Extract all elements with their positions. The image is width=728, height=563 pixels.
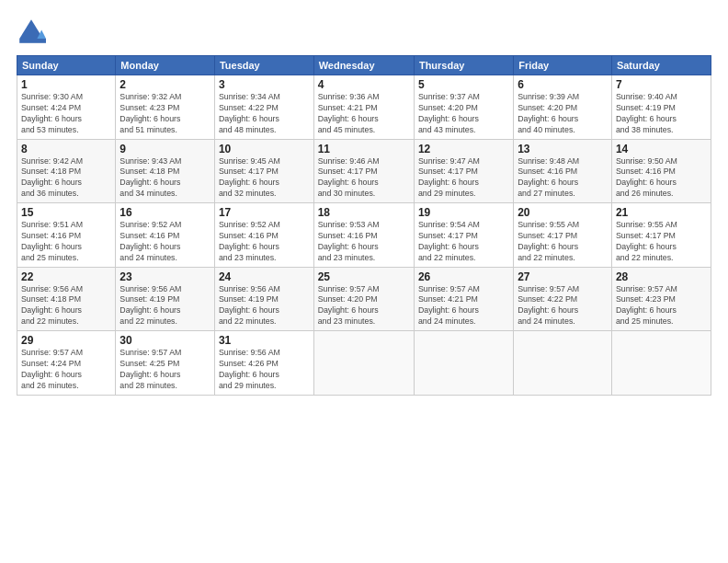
day-number: 10 [219, 143, 310, 155]
day-number: 22 [21, 270, 111, 283]
day-number: 23 [119, 270, 210, 283]
svg-rect-2 [19, 39, 46, 43]
day-number: 7 [616, 78, 707, 91]
day-info: Sunrise: 9:50 AMSunset: 4:16 PMDaylight:… [616, 156, 707, 201]
calendar-cell: 10Sunrise: 9:45 AMSunset: 4:17 PMDayligh… [214, 139, 313, 203]
day-number: 18 [318, 206, 410, 219]
day-number: 20 [518, 206, 608, 219]
calendar-cell [414, 331, 513, 396]
calendar-table: SundayMondayTuesdayWednesdayThursdayFrid… [17, 55, 711, 396]
logo-icon [17, 17, 46, 46]
calendar-cell [611, 331, 711, 396]
day-info: Sunrise: 9:42 AMSunset: 4:18 PMDaylight:… [21, 156, 111, 201]
day-info: Sunrise: 9:40 AMSunset: 4:19 PMDaylight:… [616, 92, 707, 136]
calendar-cell: 18Sunrise: 9:53 AMSunset: 4:16 PMDayligh… [313, 203, 414, 268]
day-info: Sunrise: 9:48 AMSunset: 4:16 PMDaylight:… [518, 156, 608, 201]
calendar-cell: 7Sunrise: 9:40 AMSunset: 4:19 PMDaylight… [611, 75, 711, 140]
weekday-monday: Monday [116, 56, 215, 75]
calendar-cell [313, 331, 414, 396]
header [17, 17, 711, 46]
day-info: Sunrise: 9:45 AMSunset: 4:17 PMDaylight:… [219, 156, 310, 201]
day-info: Sunrise: 9:57 AMSunset: 4:24 PMDaylight:… [21, 348, 111, 392]
weekday-sunday: Sunday [17, 56, 116, 75]
calendar-cell: 1Sunrise: 9:30 AMSunset: 4:24 PMDaylight… [17, 75, 116, 140]
day-info: Sunrise: 9:57 AMSunset: 4:21 PMDaylight:… [418, 284, 509, 328]
calendar-cell: 26Sunrise: 9:57 AMSunset: 4:21 PMDayligh… [414, 267, 513, 331]
day-info: Sunrise: 9:55 AMSunset: 4:17 PMDaylight:… [518, 220, 608, 264]
day-number: 27 [518, 270, 608, 283]
day-number: 29 [21, 334, 111, 347]
day-info: Sunrise: 9:36 AMSunset: 4:21 PMDaylight:… [318, 92, 410, 136]
calendar-cell: 24Sunrise: 9:56 AMSunset: 4:19 PMDayligh… [214, 267, 313, 331]
day-info: Sunrise: 9:52 AMSunset: 4:16 PMDaylight:… [219, 220, 310, 264]
calendar-cell: 27Sunrise: 9:57 AMSunset: 4:22 PMDayligh… [514, 267, 612, 331]
weekday-thursday: Thursday [414, 56, 513, 75]
day-number: 30 [119, 334, 210, 347]
day-info: Sunrise: 9:57 AMSunset: 4:25 PMDaylight:… [119, 348, 210, 392]
calendar-cell: 28Sunrise: 9:57 AMSunset: 4:23 PMDayligh… [611, 267, 711, 331]
day-info: Sunrise: 9:43 AMSunset: 4:18 PMDaylight:… [119, 156, 210, 201]
day-number: 17 [219, 206, 310, 219]
day-number: 11 [318, 143, 410, 155]
day-info: Sunrise: 9:30 AMSunset: 4:24 PMDaylight:… [21, 92, 111, 136]
day-number: 31 [219, 334, 310, 347]
day-number: 24 [219, 270, 310, 283]
weekday-wednesday: Wednesday [313, 56, 414, 75]
calendar-cell: 11Sunrise: 9:46 AMSunset: 4:17 PMDayligh… [313, 139, 414, 203]
calendar-cell: 15Sunrise: 9:51 AMSunset: 4:16 PMDayligh… [17, 203, 116, 268]
day-info: Sunrise: 9:56 AMSunset: 4:18 PMDaylight:… [21, 284, 111, 328]
calendar-cell: 13Sunrise: 9:48 AMSunset: 4:16 PMDayligh… [514, 139, 612, 203]
day-info: Sunrise: 9:52 AMSunset: 4:16 PMDaylight:… [119, 220, 210, 264]
day-info: Sunrise: 9:54 AMSunset: 4:17 PMDaylight:… [418, 220, 509, 264]
calendar-cell: 14Sunrise: 9:50 AMSunset: 4:16 PMDayligh… [611, 139, 711, 203]
calendar-cell: 9Sunrise: 9:43 AMSunset: 4:18 PMDaylight… [116, 139, 215, 203]
day-info: Sunrise: 9:39 AMSunset: 4:20 PMDaylight:… [518, 92, 608, 136]
day-number: 14 [616, 143, 707, 155]
calendar-cell: 3Sunrise: 9:34 AMSunset: 4:22 PMDaylight… [214, 75, 313, 140]
day-number: 5 [418, 78, 509, 91]
calendar-cell: 23Sunrise: 9:56 AMSunset: 4:19 PMDayligh… [116, 267, 215, 331]
calendar-cell: 12Sunrise: 9:47 AMSunset: 4:17 PMDayligh… [414, 139, 513, 203]
calendar-cell: 20Sunrise: 9:55 AMSunset: 4:17 PMDayligh… [514, 203, 612, 268]
day-number: 28 [616, 270, 707, 283]
day-info: Sunrise: 9:51 AMSunset: 4:16 PMDaylight:… [21, 220, 111, 264]
day-info: Sunrise: 9:32 AMSunset: 4:23 PMDaylight:… [119, 92, 210, 136]
day-number: 21 [616, 206, 707, 219]
day-number: 3 [219, 78, 310, 91]
day-info: Sunrise: 9:57 AMSunset: 4:20 PMDaylight:… [318, 284, 410, 328]
day-info: Sunrise: 9:56 AMSunset: 4:19 PMDaylight:… [219, 284, 310, 328]
weekday-saturday: Saturday [611, 56, 711, 75]
calendar-cell: 16Sunrise: 9:52 AMSunset: 4:16 PMDayligh… [116, 203, 215, 268]
day-number: 12 [418, 143, 509, 155]
day-info: Sunrise: 9:57 AMSunset: 4:23 PMDaylight:… [616, 284, 707, 328]
calendar-cell: 4Sunrise: 9:36 AMSunset: 4:21 PMDaylight… [313, 75, 414, 140]
calendar-cell: 21Sunrise: 9:55 AMSunset: 4:17 PMDayligh… [611, 203, 711, 268]
calendar-cell: 30Sunrise: 9:57 AMSunset: 4:25 PMDayligh… [116, 331, 215, 396]
calendar-cell: 31Sunrise: 9:56 AMSunset: 4:26 PMDayligh… [214, 331, 313, 396]
day-info: Sunrise: 9:56 AMSunset: 4:19 PMDaylight:… [119, 284, 210, 328]
day-number: 4 [318, 78, 410, 91]
day-number: 9 [119, 143, 210, 155]
weekday-header-row: SundayMondayTuesdayWednesdayThursdayFrid… [17, 56, 711, 75]
weekday-tuesday: Tuesday [214, 56, 313, 75]
calendar-cell: 8Sunrise: 9:42 AMSunset: 4:18 PMDaylight… [17, 139, 116, 203]
day-number: 2 [119, 78, 210, 91]
weekday-friday: Friday [514, 56, 612, 75]
day-info: Sunrise: 9:46 AMSunset: 4:17 PMDaylight:… [318, 156, 410, 201]
calendar-cell: 17Sunrise: 9:52 AMSunset: 4:16 PMDayligh… [214, 203, 313, 268]
day-info: Sunrise: 9:47 AMSunset: 4:17 PMDaylight:… [418, 156, 509, 201]
calendar-cell: 25Sunrise: 9:57 AMSunset: 4:20 PMDayligh… [313, 267, 414, 331]
day-number: 6 [518, 78, 608, 91]
page: SundayMondayTuesdayWednesdayThursdayFrid… [0, 0, 728, 563]
calendar-cell: 2Sunrise: 9:32 AMSunset: 4:23 PMDaylight… [116, 75, 215, 140]
day-number: 26 [418, 270, 509, 283]
calendar-cell: 5Sunrise: 9:37 AMSunset: 4:20 PMDaylight… [414, 75, 513, 140]
day-number: 25 [318, 270, 410, 283]
day-info: Sunrise: 9:34 AMSunset: 4:22 PMDaylight:… [219, 92, 310, 136]
day-info: Sunrise: 9:57 AMSunset: 4:22 PMDaylight:… [518, 284, 608, 328]
day-info: Sunrise: 9:56 AMSunset: 4:26 PMDaylight:… [219, 348, 310, 392]
day-number: 1 [21, 78, 111, 91]
calendar-cell: 6Sunrise: 9:39 AMSunset: 4:20 PMDaylight… [514, 75, 612, 140]
day-info: Sunrise: 9:37 AMSunset: 4:20 PMDaylight:… [418, 92, 509, 136]
day-info: Sunrise: 9:53 AMSunset: 4:16 PMDaylight:… [318, 220, 410, 264]
